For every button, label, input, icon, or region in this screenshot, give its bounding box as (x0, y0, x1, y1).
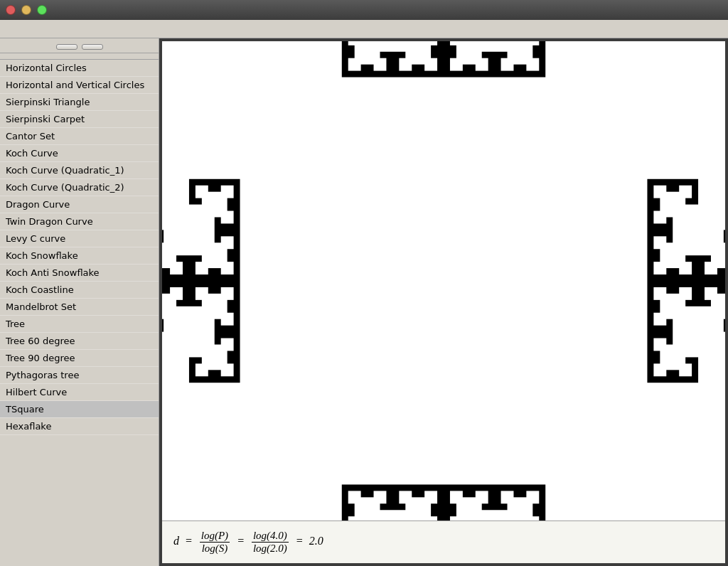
fractal-canvas-area (162, 41, 725, 520)
shape-item-cantor-set[interactable]: Cantor Set (0, 128, 159, 145)
shape-item-koch-curve[interactable]: Koch Curve (0, 145, 159, 162)
shape-item-sierpinski-carpet[interactable]: Sierpinski Carpet (0, 111, 159, 128)
shape-item-horizontal-and-vertical-circles[interactable]: Horizontal and Vertical Circles (0, 77, 159, 94)
menu-file[interactable] (3, 28, 17, 31)
level-plus-button[interactable] (82, 44, 103, 50)
shape-item-sierpinski-triangle[interactable]: Sierpinski Triangle (0, 94, 159, 111)
formula-display: d = log(P) log(S) = log(4.0) log(2.0) = … (173, 530, 323, 555)
fraction1-numerator: log(P) (200, 530, 230, 543)
fraction1-denominator: log(S) (200, 543, 230, 555)
maximize-button[interactable] (37, 5, 47, 15)
shape-item-koch-curve-(quadratic_1)[interactable]: Koch Curve (Quadratic_1) (0, 162, 159, 179)
fraction2-numerator: log(4.0) (252, 530, 289, 543)
fractal-shapes-title (0, 53, 159, 60)
level-buttons-container (0, 43, 159, 53)
fraction2: log(4.0) log(2.0) (252, 530, 289, 555)
formula-bar: d = log(P) log(S) = log(4.0) log(2.0) = … (162, 520, 725, 563)
menu-edit[interactable] (17, 28, 31, 31)
shape-item-mandelbrot-set[interactable]: Mandelbrot Set (0, 299, 159, 316)
close-button[interactable] (6, 5, 16, 15)
shape-item-tsquare[interactable]: TSquare (0, 401, 159, 418)
content-area: d = log(P) log(S) = log(4.0) log(2.0) = … (159, 38, 728, 566)
main-content: Horizontal CirclesHorizontal and Vertica… (0, 38, 728, 566)
formula-result: 2.0 (309, 535, 323, 547)
shape-item-hexaflake[interactable]: Hexaflake (0, 418, 159, 435)
fraction2-denominator: log(2.0) (252, 543, 289, 555)
minimize-button[interactable] (21, 5, 31, 15)
shape-item-tree[interactable]: Tree (0, 316, 159, 333)
fraction1: log(P) log(S) (200, 530, 230, 555)
shape-item-twin-dragon-curve[interactable]: Twin Dragon Curve (0, 213, 159, 230)
shape-item-pythagoras-tree[interactable]: Pythagoras tree (0, 367, 159, 384)
shape-item-koch-curve-(quadratic_2)[interactable]: Koch Curve (Quadratic_2) (0, 179, 159, 196)
shape-item-hilbert-curve[interactable]: Hilbert Curve (0, 384, 159, 401)
shape-item-horizontal-circles[interactable]: Horizontal Circles (0, 60, 159, 77)
shape-list: Horizontal CirclesHorizontal and Vertica… (0, 60, 159, 566)
shape-item-koch-coastline[interactable]: Koch Coastline (0, 282, 159, 299)
shape-item-levy-c-curve[interactable]: Levy C curve (0, 230, 159, 247)
shape-item-tree-90-degree[interactable]: Tree 90 degree (0, 350, 159, 367)
fractal-canvas (162, 41, 725, 520)
shape-item-koch-anti-snowflake[interactable]: Koch Anti Snowflake (0, 265, 159, 282)
menubar (0, 20, 728, 38)
titlebar (0, 0, 728, 20)
sidebar: Horizontal CirclesHorizontal and Vertica… (0, 38, 159, 566)
shape-item-koch-snowflake[interactable]: Koch Snowflake (0, 247, 159, 265)
shape-item-dragon-curve[interactable]: Dragon Curve (0, 196, 159, 213)
level-minus-button[interactable] (56, 44, 77, 50)
menu-help[interactable] (31, 28, 46, 31)
shape-item-tree-60-degree[interactable]: Tree 60 degree (0, 333, 159, 350)
